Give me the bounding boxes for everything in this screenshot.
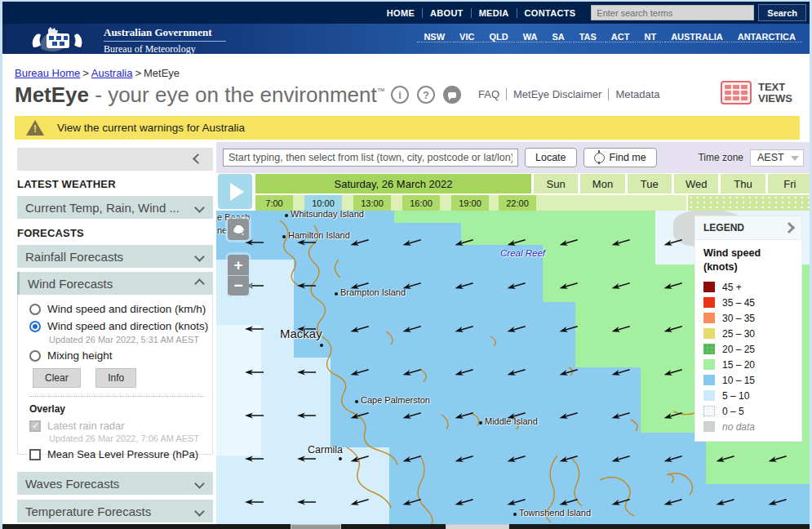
accordion-wind[interactable]: Wind Forecasts <box>17 272 213 295</box>
table-icon <box>721 81 752 104</box>
legend-swatch <box>703 313 715 323</box>
timezone-select[interactable]: AEST <box>750 149 804 167</box>
warning-banner[interactable]: ! View the current warnings for Australi… <box>15 116 800 140</box>
legend-item: 30 – 35 <box>703 310 793 326</box>
wind-barb-icon <box>609 362 632 376</box>
time-tick[interactable]: 13:00 <box>353 195 391 211</box>
bottom-bar-button[interactable] <box>291 524 341 529</box>
legend-swatch <box>703 282 715 292</box>
wind-option-radio[interactable]: Mixing height <box>29 349 212 362</box>
top-nav-link[interactable]: MEDIA <box>471 8 517 18</box>
location-toolbar: Locate Find me Time zone AEST <box>216 142 812 173</box>
wind-barb-icon <box>609 319 632 333</box>
state-nav-link[interactable]: NSW <box>417 32 451 42</box>
title-link[interactable]: FAQ <box>472 88 506 100</box>
title-link[interactable]: Metadata <box>608 88 666 100</box>
time-tick[interactable]: 7:00 <box>255 195 293 211</box>
top-nav-link[interactable]: ABOUT <box>422 8 471 18</box>
play-button[interactable] <box>218 174 252 209</box>
state-nav-link[interactable]: WA <box>517 32 544 42</box>
state-nav-link[interactable]: AUSTRALIA <box>664 32 730 42</box>
breadcrumb: Bureau HomeAustraliaMetEye <box>15 67 180 79</box>
map-label <box>320 344 323 347</box>
current-day-tab[interactable]: Saturday, 26 March 2022 <box>255 174 531 193</box>
time-tick[interactable]: 19:00 <box>451 195 489 211</box>
wind-barb-icon <box>765 492 788 506</box>
day-tab[interactable]: Tue <box>628 174 672 193</box>
wind-barb-icon <box>661 406 684 420</box>
top-nav-link[interactable]: HOME <box>379 8 422 18</box>
feedback-icon[interactable] <box>443 86 461 104</box>
site-search-button[interactable]: Search <box>758 4 806 21</box>
wind-barb-icon <box>504 319 527 333</box>
wind-barb-icon <box>400 362 423 376</box>
map-label <box>479 421 482 425</box>
info-button[interactable]: Info <box>95 368 136 388</box>
bottom-bar-button[interactable] <box>446 524 509 529</box>
australia-icon <box>231 224 246 235</box>
clear-button[interactable]: Clear <box>33 368 81 388</box>
time-tick[interactable]: 16:00 <box>402 195 440 211</box>
time-strip: 7:0010:0013:0016:0019:0022:00 <box>255 195 686 211</box>
accordion-waves[interactable]: Waves Forecasts <box>17 472 213 495</box>
accordion-temperature[interactable]: Temperature Forecasts <box>17 500 213 522</box>
divider <box>29 396 204 397</box>
top-nav: HOMEABOUTMEDIACONTACTS <box>379 8 583 18</box>
bottom-bar <box>2 524 812 529</box>
day-tab[interactable]: Thu <box>721 174 765 193</box>
site-search-input[interactable] <box>591 5 754 20</box>
accordion-current-temp[interactable]: Current Temp, Rain, Wind ... <box>17 196 213 219</box>
wind-barb-icon <box>661 492 684 506</box>
title-link[interactable]: MetEye Disclaimer <box>506 88 608 100</box>
forecast-map[interactable]: e BeachneWhitsunday IslandHamilton Islan… <box>216 211 812 524</box>
day-tab[interactable]: Wed <box>674 174 718 193</box>
day-tab[interactable]: Mon <box>580 174 624 193</box>
wind-barb-icon <box>557 233 579 247</box>
zoom-in-button[interactable]: + <box>228 255 249 275</box>
wind-barb-icon <box>661 449 684 463</box>
state-nav-link[interactable]: TAS <box>573 32 603 42</box>
time-tick[interactable]: 22:00 <box>499 195 536 211</box>
forecasts-heading: FORECASTS <box>17 227 84 239</box>
overlay-checkbox[interactable]: Latest rain radar <box>29 420 212 432</box>
gov-divider <box>104 41 226 42</box>
wind-option-radio[interactable]: Wind speed and direction (knots) <box>29 320 212 332</box>
wind-barb-icon <box>713 492 736 506</box>
state-nav-link[interactable]: QLD <box>482 32 514 42</box>
state-nav-link[interactable]: ACT <box>605 32 637 42</box>
top-nav-link[interactable]: CONTACTS <box>517 8 583 18</box>
accordion-label: Waves Forecasts <box>25 477 119 491</box>
sidebar-collapse-button[interactable] <box>17 148 213 171</box>
breadcrumb-item[interactable]: Bureau Home <box>15 67 80 79</box>
zoom-out-button[interactable]: − <box>228 275 249 296</box>
page-title-sep: - <box>89 82 108 107</box>
state-nav-link[interactable]: SA <box>545 32 570 42</box>
latest-weather-heading: LATEST WEATHER <box>17 178 116 190</box>
wind-option-radio[interactable]: Wind speed and direction (km/h) <box>29 303 212 315</box>
title-links: FAQMetEye DisclaimerMetadata <box>472 88 667 100</box>
day-tab[interactable]: Fri <box>768 174 812 193</box>
accordion-label: Rainfall Forecasts <box>25 250 123 264</box>
help-icon[interactable]: ? <box>417 86 435 104</box>
state-nav-link[interactable]: ANTARCTICA <box>731 32 802 42</box>
accordion-rainfall[interactable]: Rainfall Forecasts <box>17 245 213 268</box>
info-icon[interactable]: i <box>391 86 409 104</box>
wind-barb-icon <box>244 322 265 330</box>
location-search-input[interactable] <box>223 149 518 167</box>
find-me-button[interactable]: Find me <box>583 148 657 167</box>
overlay-checkbox[interactable]: Mean Sea Level Pressure (hPa) <box>29 448 212 460</box>
time-tick[interactable]: 10:00 <box>304 195 342 211</box>
top-utility-bar: HOMEABOUTMEDIACONTACTS Search <box>2 2 810 24</box>
state-nav-link[interactable]: VIC <box>453 32 481 42</box>
day-tab[interactable]: Sun <box>534 174 578 193</box>
locate-button[interactable]: Locate <box>525 148 577 167</box>
breadcrumb-item[interactable]: MetEye <box>132 67 180 79</box>
gov-wordmark: Australian Government Bureau of Meteorol… <box>104 26 226 56</box>
text-views-button[interactable]: TEXTVIEWS <box>721 81 792 104</box>
breadcrumb-item[interactable]: Australia <box>80 67 132 79</box>
checkbox-icon <box>29 449 41 460</box>
legend-collapse-icon[interactable] <box>783 222 795 233</box>
text-views-line2: VIEWS <box>758 92 792 104</box>
state-nav-link[interactable]: NT <box>637 32 663 42</box>
zoom-extent-button[interactable] <box>228 219 249 240</box>
